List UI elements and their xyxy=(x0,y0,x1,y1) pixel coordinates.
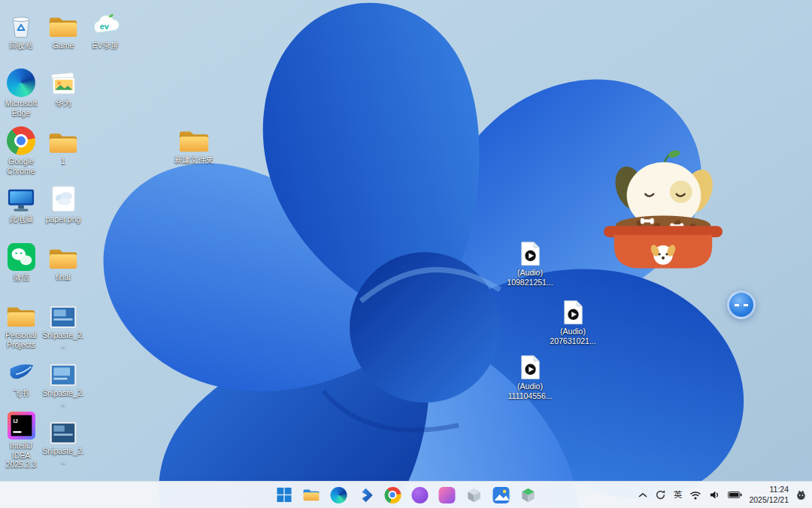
icon-label: 微信 xyxy=(14,272,29,282)
dog-feeding-pet-widget[interactable] xyxy=(604,151,723,284)
battery-icon[interactable] xyxy=(727,491,743,499)
taskbar-chrome-button[interactable] xyxy=(383,485,403,505)
desktop-icon-paper-png[interactable]: paper.png xyxy=(42,180,84,238)
icon-label: (Audio) 207631021... xyxy=(548,327,598,345)
desktop[interactable]: 回收站 Microsoft Edge Google Chrome 此电脑 微信 xyxy=(0,0,812,508)
tray-pet-app-icon[interactable] xyxy=(795,488,807,501)
taskbar-gray-cube-app-button[interactable] xyxy=(464,485,484,505)
taskbar: 英 11:24 2025/12/21 xyxy=(0,481,812,508)
icon-label: 新建文件夹 xyxy=(174,155,214,165)
taskbar-green-cube-app-button[interactable] xyxy=(518,485,538,505)
windows-logo-icon xyxy=(277,487,292,503)
this-pc-icon xyxy=(7,180,35,213)
taskbar-photos-app-button[interactable] xyxy=(491,485,511,505)
ime-indicator[interactable]: 英 xyxy=(673,488,683,501)
ev-recorder-icon: ev xyxy=(90,6,120,39)
desktop-icon-audio-file-1[interactable]: (Audio) 109821251... xyxy=(503,233,557,287)
edge-icon xyxy=(330,487,347,503)
desktop-icon-snipaste-2[interactable]: Snipaste_2... xyxy=(42,354,84,412)
desktop-icon-audio-file-2[interactable]: (Audio) 207631021... xyxy=(546,292,600,345)
wifi-icon[interactable] xyxy=(689,490,702,500)
photos-app-icon xyxy=(492,487,509,503)
desktop-icon-new-folder[interactable]: 新建文件夹 xyxy=(167,120,221,165)
photos-stack-icon xyxy=(49,64,77,97)
desktop-icon-final-folder[interactable]: final xyxy=(42,238,84,296)
folder-icon xyxy=(178,120,210,154)
gray-cube-icon xyxy=(465,487,482,503)
icon-label: 回收站 xyxy=(9,41,33,50)
recycle-bin-icon xyxy=(8,6,35,39)
tray-sync-icon[interactable] xyxy=(654,488,667,501)
desktop-icon-game-folder[interactable]: Game xyxy=(42,6,84,64)
desktop-icon-huawei[interactable]: 华为 xyxy=(42,64,84,122)
desktop-icon-google-chrome[interactable]: Google Chrome xyxy=(0,122,42,180)
icon-label: Snipaste_2... xyxy=(42,330,84,349)
image-file-icon xyxy=(51,180,76,213)
taskbar-file-explorer-button[interactable] xyxy=(301,485,322,505)
desktop-icon-snipaste-1[interactable]: Snipaste_2... xyxy=(42,296,84,354)
desktop-icon-column-3: ev EV录屏 xyxy=(84,6,126,64)
assistant-bubble-button[interactable] xyxy=(727,291,756,319)
icon-label: IntelliJ IDEA 2025.2.3 xyxy=(0,441,42,470)
icon-label: 此电脑 xyxy=(9,214,33,224)
taskbar-gradient-app-button[interactable] xyxy=(437,485,457,505)
system-tray: 英 11:24 2025/12/21 xyxy=(638,482,807,508)
desktop-icon-wechat[interactable]: 微信 xyxy=(0,238,42,296)
chrome-icon xyxy=(384,487,401,503)
folder-icon xyxy=(48,6,78,39)
desktop-icon-ev-recorder[interactable]: ev EV录屏 xyxy=(84,6,126,64)
icon-label: final xyxy=(56,272,70,282)
icon-label: Personal Projects xyxy=(0,330,42,349)
icon-label: Game xyxy=(53,41,74,50)
blue-arrow-app-icon xyxy=(357,487,374,503)
icon-label: Google Chrome xyxy=(0,157,42,175)
start-button[interactable] xyxy=(274,485,295,505)
desktop-icon-folder-1[interactable]: 1 xyxy=(42,122,84,180)
screenshot-thumb-icon xyxy=(50,296,77,329)
gradient-app-icon xyxy=(438,487,455,503)
taskbar-purple-app-button[interactable] xyxy=(410,485,430,505)
taskbar-clock[interactable]: 11:24 2025/12/21 xyxy=(749,485,789,505)
desktop-icon-snipaste-3[interactable]: Snipaste_2... xyxy=(42,412,84,470)
desktop-icon-audio-file-3[interactable]: (Audio) 111104556... xyxy=(503,347,557,400)
feishu-icon xyxy=(8,354,35,387)
icon-label: 飞书 xyxy=(14,388,29,398)
desktop-icon-recycle-bin[interactable]: 回收站 xyxy=(0,6,42,64)
folder-icon xyxy=(48,238,78,271)
ev-logo-text: ev xyxy=(100,22,110,31)
folder-icon xyxy=(48,122,78,155)
audio-file-icon xyxy=(563,292,583,325)
icon-label: (Audio) 111104556... xyxy=(505,382,555,400)
icon-label: Snipaste_2... xyxy=(42,388,84,407)
desktop-icon-column-2: Game 华为 1 paper.png final xyxy=(42,6,84,470)
desktop-icon-this-pc[interactable]: 此电脑 xyxy=(0,180,42,238)
screenshot-thumb-icon xyxy=(50,354,77,387)
audio-file-icon xyxy=(520,347,541,380)
icon-label: 华为 xyxy=(56,99,71,108)
desktop-icon-feishu[interactable]: 飞书 xyxy=(0,354,42,412)
icon-label: (Audio) 109821251... xyxy=(505,268,555,287)
audio-file-icon xyxy=(520,233,541,266)
desktop-icon-intellij-idea[interactable]: IJ IntelliJ IDEA 2025.2.3 xyxy=(0,412,42,470)
taskbar-blue-arrow-app-button[interactable] xyxy=(356,485,376,505)
tray-chevron-up-icon[interactable] xyxy=(638,491,648,499)
folder-icon xyxy=(6,296,36,329)
desktop-icon-personal-projects[interactable]: Personal Projects xyxy=(0,296,42,354)
desktop-icon-column-1: 回收站 Microsoft Edge Google Chrome 此电脑 微信 xyxy=(0,6,42,470)
icon-label: Snipaste_2... xyxy=(42,446,84,465)
file-explorer-icon xyxy=(303,488,320,502)
chrome-icon xyxy=(7,122,35,155)
taskbar-edge-button[interactable] xyxy=(329,485,349,505)
desktop-icon-microsoft-edge[interactable]: Microsoft Edge xyxy=(0,64,42,122)
clock-time: 11:24 xyxy=(749,485,789,495)
edge-icon xyxy=(7,64,35,97)
icon-label: Microsoft Edge xyxy=(0,99,42,117)
green-cube-icon xyxy=(520,487,536,503)
icon-label: 1 xyxy=(61,157,65,166)
assistant-dashes-icon xyxy=(735,304,748,306)
volume-icon[interactable] xyxy=(708,490,721,500)
purple-app-icon xyxy=(411,487,428,503)
icon-label: paper.png xyxy=(46,214,81,224)
icon-label: EV录屏 xyxy=(92,41,118,50)
intellij-idea-icon: IJ xyxy=(8,412,35,440)
